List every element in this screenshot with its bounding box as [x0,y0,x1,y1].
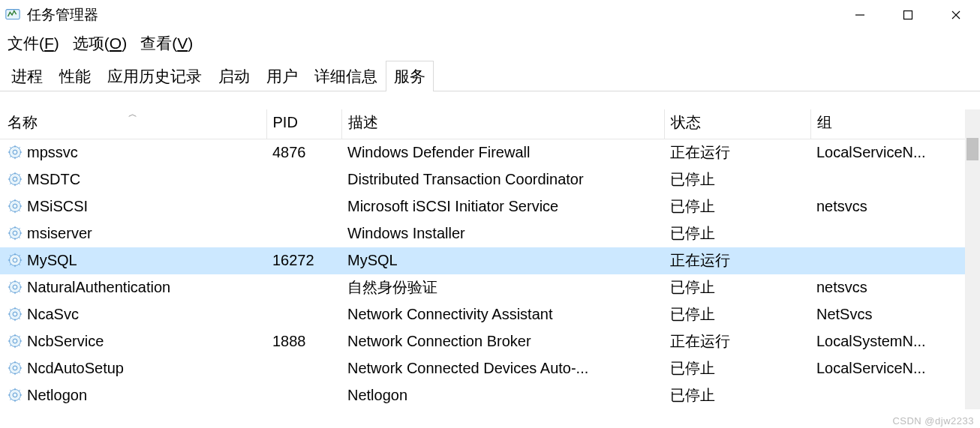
col-header-desc[interactable]: 描述 [341,109,664,139]
service-name-label: MSDTC [27,171,80,187]
service-name-label: MSiSCSI [27,198,88,214]
table-row[interactable]: msiserverWindows Installer已停止 [0,220,980,247]
table-row[interactable]: NcbService1888Network Connection Broker正… [0,328,980,355]
svg-line-54 [19,255,20,256]
tab-details[interactable]: 详细信息 [306,61,386,91]
svg-line-103 [10,399,11,400]
tabbar: 进程 性能 应用历史记录 启动 用户 详细信息 服务 [0,60,980,91]
cell-pid [266,382,341,409]
table-row[interactable]: NaturalAuthentication自然身份验证已停止netsvcs [0,274,980,301]
col-header-name[interactable]: ︿ 名称 [0,109,266,139]
col-header-group[interactable]: 组 [810,109,980,139]
svg-line-41 [10,228,11,229]
tab-processes[interactable]: 进程 [3,61,51,91]
cell-desc: Network Connected Devices Auto-... [341,355,664,382]
service-name-label: NcaSvc [27,306,79,322]
svg-line-82 [19,345,20,346]
service-name-label: MySQL [27,252,77,268]
window-controls [836,0,980,30]
service-gear-icon [8,226,23,241]
table-row[interactable]: MSDTCDistributed Transaction Coordinator… [0,166,980,193]
svg-line-32 [19,210,20,211]
cell-group: LocalServiceN... [810,139,980,166]
cell-desc: Windows Defender Firewall [341,139,664,166]
cell-status: 已停止 [664,301,810,328]
maximize-button[interactable] [884,0,932,30]
svg-line-64 [19,282,20,283]
table-row[interactable]: mpssvc4876Windows Defender Firewall正在运行L… [0,139,980,166]
cell-desc: 自然身份验证 [341,274,664,301]
vertical-scrollbar[interactable] [965,109,980,409]
svg-line-53 [10,264,11,265]
cell-desc: Windows Installer [341,220,664,247]
svg-line-93 [10,372,11,373]
svg-line-62 [19,291,20,292]
tab-services[interactable]: 服务 [386,61,434,91]
cell-pid [266,166,341,193]
table-row[interactable]: MySQL16272MySQL正在运行 [0,247,980,274]
svg-line-73 [10,318,11,319]
svg-line-81 [10,336,11,337]
menu-options[interactable]: 选项(O) [73,33,127,54]
cell-desc: MySQL [341,247,664,274]
menu-view[interactable]: 查看(V) [140,33,193,54]
tab-users[interactable]: 用户 [258,61,306,91]
svg-line-14 [19,148,20,149]
minimize-button[interactable] [836,0,884,30]
cell-desc: Distributed Transaction Coordinator [341,166,664,193]
svg-line-71 [10,309,11,310]
service-gear-icon [8,280,23,295]
sort-ascending-icon: ︿ [128,109,137,121]
cell-status: 已停止 [664,382,810,409]
svg-line-63 [10,291,11,292]
cell-name: NaturalAuthentication [0,274,266,301]
table-row[interactable]: NcdAutoSetupNetwork Connected Devices Au… [0,355,980,382]
svg-line-44 [19,228,20,229]
svg-line-52 [19,264,20,265]
service-gear-icon [8,199,23,214]
service-name-label: Netlogon [27,387,87,403]
cell-pid [266,274,341,301]
svg-line-24 [19,174,20,175]
tab-startup[interactable]: 启动 [210,61,258,91]
menubar: 文件(F) 选项(O) 查看(V) [0,30,980,60]
tab-app-history[interactable]: 应用历史记录 [99,61,210,91]
svg-line-102 [19,399,20,400]
col-header-pid[interactable]: PID [266,109,341,139]
scrollbar-thumb[interactable] [966,138,978,160]
table-row[interactable]: NetlogonNetlogon已停止 [0,382,980,409]
service-gear-icon [8,307,23,322]
menu-file[interactable]: 文件(F) [8,33,59,54]
service-gear-icon [8,334,23,349]
titlebar: 任务管理器 [0,0,980,30]
services-table: ︿ 名称 PID 描述 状态 组 mpssvc4876Windows Defen… [0,109,980,409]
svg-line-11 [10,148,11,149]
svg-line-22 [19,183,20,184]
close-button[interactable] [932,0,980,30]
tab-performance[interactable]: 性能 [51,61,99,91]
cell-desc: Netlogon [341,382,664,409]
cell-pid [266,355,341,382]
svg-line-101 [10,390,11,391]
service-name-label: msiserver [27,225,92,241]
cell-name: NcaSvc [0,301,266,328]
cell-name: MSiSCSI [0,193,266,220]
service-gear-icon [8,388,23,403]
table-row[interactable]: NcaSvcNetwork Connectivity Assistant已停止N… [0,301,980,328]
cell-name: msiserver [0,220,266,247]
cell-name: MSDTC [0,166,266,193]
service-gear-icon [8,361,23,376]
svg-line-94 [19,363,20,364]
cell-status: 已停止 [664,274,810,301]
cell-group [810,166,980,193]
cell-group: NetSvcs [810,301,980,328]
svg-line-74 [19,309,20,310]
svg-line-84 [19,336,20,337]
svg-rect-2 [904,11,912,19]
service-name-label: mpssvc [27,144,78,160]
col-header-status[interactable]: 状态 [664,109,810,139]
cell-pid: 4876 [266,139,341,166]
cell-name: mpssvc [0,139,266,166]
svg-line-104 [19,390,20,391]
table-row[interactable]: MSiSCSIMicrosoft iSCSI Initiator Service… [0,193,980,220]
